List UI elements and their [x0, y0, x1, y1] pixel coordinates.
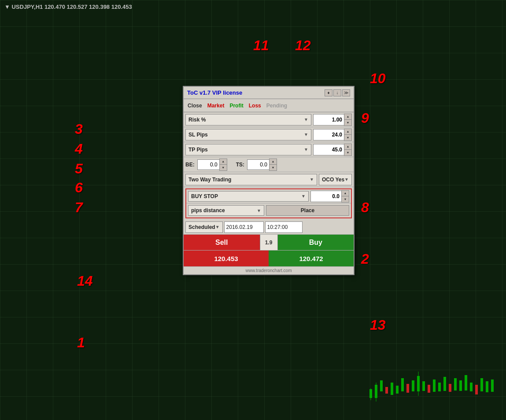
scheduled-dropdown[interactable]: Scheduled ▼ — [185, 221, 223, 233]
pips-distance-label: pips distance — [191, 207, 225, 214]
order-spin-down[interactable]: ▼ — [342, 196, 349, 202]
scheduled-row: Scheduled ▼ — [184, 220, 354, 235]
ts-input-wrap: ▲ ▼ — [247, 158, 277, 171]
tp-label: TP Pips — [188, 147, 208, 153]
oco-dropdown[interactable]: OCO Yes ▼ — [319, 174, 352, 185]
svg-rect-18 — [433, 379, 436, 392]
order-value-input[interactable] — [310, 191, 341, 202]
risk-dropdown-arrow: ▼ — [304, 117, 308, 122]
two-way-arrow: ▼ — [310, 177, 314, 182]
risk-spin-down[interactable]: ▼ — [344, 120, 351, 125]
pips-distance-dropdown[interactable]: pips distance ▼ — [188, 205, 264, 216]
scheduled-label: Scheduled — [188, 224, 215, 230]
order-type-label: BUY STOP — [191, 193, 218, 199]
risk-value-wrap: ▲ ▼ — [313, 114, 352, 126]
time-input[interactable] — [265, 221, 303, 233]
titlebar-btn-2[interactable]: ↓ — [333, 89, 341, 96]
sl-dropdown[interactable]: SL Pips ▼ — [185, 129, 311, 140]
titlebar-btn-1[interactable]: ♦ — [325, 89, 332, 96]
be-spin-down[interactable]: ▼ — [220, 165, 227, 170]
sl-spin-up[interactable]: ▲ — [344, 129, 351, 135]
svg-rect-29 — [491, 379, 494, 392]
svg-rect-12 — [412, 380, 414, 391]
order-type-row: BUY STOP ▼ ▲ ▼ — [186, 189, 351, 203]
risk-spin-btns: ▲ ▼ — [344, 114, 352, 126]
titlebar-btn-3[interactable]: ≫ — [342, 89, 350, 96]
svg-rect-17 — [428, 385, 430, 393]
nav-close-btn[interactable]: Close — [186, 102, 203, 109]
be-label: BE: — [185, 162, 195, 168]
risk-value-input[interactable] — [313, 114, 344, 125]
tp-spin-up[interactable]: ▲ — [344, 144, 351, 150]
be-spin-btns: ▲ ▼ — [219, 158, 227, 171]
nav-market-btn[interactable]: Market — [206, 102, 226, 109]
be-spin-up[interactable]: ▲ — [220, 159, 227, 165]
svg-rect-16 — [422, 381, 425, 391]
sl-label: SL Pips — [188, 132, 208, 138]
tp-value-wrap: ▲ ▼ — [313, 144, 352, 156]
sl-spin-down[interactable]: ▼ — [344, 135, 351, 140]
svg-rect-21 — [449, 384, 451, 392]
panel-title: ToC v1.7 VIP license — [187, 89, 242, 96]
svg-rect-20 — [443, 377, 446, 391]
buy-button[interactable]: Buy — [278, 235, 354, 250]
place-button[interactable]: Place — [266, 205, 349, 216]
pips-place-row: pips distance ▼ Place — [186, 203, 351, 217]
be-ts-row: BE: ▲ ▼ TS: ▲ ▼ — [184, 157, 354, 172]
oco-arrow: ▼ — [344, 177, 349, 182]
sl-dropdown-arrow: ▼ — [304, 132, 308, 137]
panel-titlebar: ToC v1.7 VIP license ♦ ↓ ≫ — [184, 87, 354, 99]
risk-row: Risk % ▼ ▲ ▼ — [184, 112, 354, 127]
sl-value-input[interactable] — [313, 129, 344, 140]
tp-row: TP Pips ▼ ▲ ▼ — [184, 142, 354, 157]
nav-pending-btn[interactable]: Pending — [265, 102, 288, 109]
svg-rect-3 — [375, 385, 377, 398]
order-type-arrow: ▼ — [301, 194, 306, 199]
ts-spin-up[interactable]: ▲ — [270, 159, 277, 165]
svg-rect-6 — [380, 380, 383, 391]
sell-price[interactable]: 120.453 — [184, 251, 269, 266]
ts-label: TS: — [236, 162, 244, 168]
be-input[interactable] — [197, 159, 219, 170]
ts-spin-down[interactable]: ▼ — [270, 165, 277, 170]
scheduled-arrow: ▼ — [215, 225, 220, 229]
risk-spin-up[interactable]: ▲ — [344, 114, 351, 120]
svg-rect-27 — [480, 378, 483, 391]
pips-distance-arrow: ▼ — [257, 208, 261, 213]
svg-rect-25 — [470, 383, 473, 391]
svg-rect-28 — [486, 381, 488, 392]
order-type-dropdown[interactable]: BUY STOP ▼ — [188, 191, 309, 202]
price-row: 120.453 120.472 — [184, 251, 354, 266]
tp-spin-down[interactable]: ▼ — [344, 150, 351, 155]
nav-profit-btn[interactable]: Profit — [228, 102, 244, 109]
sell-button[interactable]: Sell — [184, 235, 260, 250]
sl-row: SL Pips ▼ ▲ ▼ — [184, 127, 354, 142]
trading-panel: ToC v1.7 VIP license ♦ ↓ ≫ Close Market … — [183, 86, 355, 275]
risk-dropdown[interactable]: Risk % ▼ — [185, 114, 311, 125]
tp-dropdown-arrow: ▼ — [304, 147, 308, 152]
svg-rect-11 — [406, 384, 409, 393]
date-input[interactable] — [224, 221, 264, 233]
svg-rect-13 — [417, 376, 420, 391]
two-way-row: Two Way Trading ▼ OCO Yes ▼ — [184, 172, 354, 187]
tp-value-input[interactable] — [313, 144, 344, 155]
two-way-dropdown[interactable]: Two Way Trading ▼ — [185, 174, 317, 185]
panel-footer: www.traderonchart.com — [184, 266, 354, 274]
buy-sell-row: Sell 1.9 Buy — [184, 235, 354, 251]
nav-row: Close Market Profit Loss Pending — [184, 99, 354, 112]
be-input-wrap: ▲ ▼ — [197, 158, 227, 171]
tp-dropdown[interactable]: TP Pips ▼ — [185, 144, 311, 155]
svg-rect-23 — [459, 380, 462, 391]
order-value-wrap: ▲ ▼ — [310, 190, 349, 203]
buy-price[interactable]: 120.472 — [269, 251, 354, 266]
svg-rect-9 — [396, 386, 399, 394]
ts-input[interactable] — [247, 159, 269, 170]
nav-loss-btn[interactable]: Loss — [247, 102, 262, 109]
svg-rect-24 — [465, 375, 467, 391]
oco-label: OCO Yes — [322, 177, 344, 183]
tp-spin-btns: ▲ ▼ — [344, 144, 352, 156]
svg-rect-19 — [438, 383, 441, 391]
svg-rect-10 — [401, 378, 404, 391]
order-spin-up[interactable]: ▲ — [342, 191, 349, 196]
risk-label: Risk % — [188, 117, 206, 123]
